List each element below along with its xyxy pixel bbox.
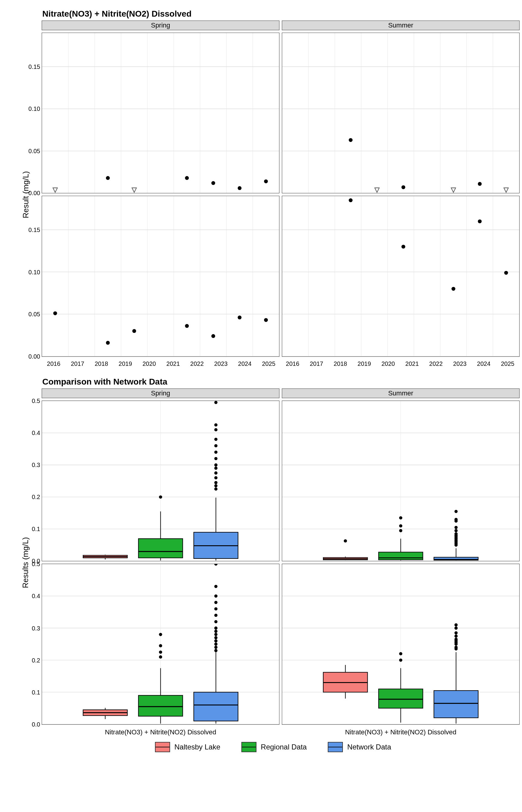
svg-point-168	[159, 644, 162, 648]
boxplot-title: Comparison with Network Data	[42, 377, 522, 387]
svg-point-166	[159, 655, 162, 659]
svg-point-17	[238, 186, 242, 190]
svg-point-78	[451, 287, 456, 291]
svg-point-184	[214, 608, 218, 611]
svg-point-147	[454, 526, 458, 529]
bp-panel-spring-epi: 0.00.10.20.30.40.5	[42, 401, 279, 561]
svg-point-150	[454, 510, 458, 513]
svg-point-79	[478, 220, 482, 224]
boxplot-chart: Comparison with Network Data Results (mg…	[12, 377, 522, 730]
svg-point-35	[348, 138, 353, 142]
bp-facet-col-summer: Summer	[282, 388, 520, 398]
svg-point-37	[478, 182, 482, 186]
svg-point-175	[214, 646, 218, 649]
svg-point-181	[214, 627, 218, 630]
svg-point-174	[214, 649, 218, 652]
legend: Naltesby Lake Regional Data Network Data	[12, 742, 522, 752]
svg-point-56	[106, 341, 110, 345]
legend-label-network: Network Data	[347, 743, 391, 751]
svg-marker-38	[375, 188, 379, 192]
svg-point-110	[214, 444, 218, 447]
svg-point-105	[214, 471, 218, 474]
svg-point-102	[214, 484, 218, 488]
facet-col-spring: Spring	[42, 21, 279, 30]
svg-point-179	[214, 633, 218, 636]
legend-item-regional: Regional Data	[241, 742, 307, 752]
panel-summer-epi	[282, 33, 520, 193]
svg-point-103	[214, 481, 218, 484]
panel-spring-hypo: 0.000.050.100.15	[42, 196, 279, 357]
svg-point-205	[399, 652, 402, 655]
svg-point-133	[399, 516, 402, 520]
svg-point-114	[214, 401, 218, 404]
svg-rect-172	[194, 692, 238, 721]
svg-point-101	[214, 487, 218, 491]
legend-item-naltesby: Naltesby Lake	[155, 742, 220, 752]
svg-point-55	[53, 311, 57, 316]
svg-point-187	[214, 585, 218, 588]
svg-point-211	[454, 646, 458, 649]
svg-marker-39	[451, 188, 456, 192]
svg-point-131	[399, 529, 402, 532]
svg-point-215	[454, 638, 458, 641]
svg-point-60	[238, 316, 242, 320]
svg-point-217	[454, 631, 458, 635]
legend-label-naltesby: Naltesby Lake	[174, 743, 220, 751]
svg-point-178	[214, 636, 218, 640]
bp-facet-col-spring: Spring	[42, 388, 279, 398]
svg-point-109	[214, 450, 218, 454]
svg-point-169	[159, 633, 162, 636]
svg-rect-208	[434, 691, 478, 718]
svg-point-219	[454, 624, 458, 627]
svg-rect-94	[138, 539, 183, 558]
svg-point-186	[214, 594, 218, 598]
svg-marker-20	[132, 188, 137, 192]
svg-point-177	[214, 640, 218, 643]
svg-point-58	[185, 324, 189, 328]
svg-point-61	[264, 318, 268, 322]
legend-swatch-naltesby	[155, 742, 170, 752]
legend-swatch-regional	[241, 742, 257, 752]
svg-point-16	[212, 181, 215, 185]
svg-point-126	[344, 539, 347, 543]
svg-point-112	[214, 428, 218, 431]
svg-point-132	[399, 524, 402, 527]
svg-point-145	[454, 532, 458, 535]
svg-point-149	[454, 518, 458, 521]
svg-point-36	[401, 185, 405, 189]
panel-spring-epi: 0.000.050.100.15	[42, 33, 279, 193]
scatter-title: Nitrate(NO3) + Nitrite(NO2) Dissolved	[42, 9, 522, 19]
svg-marker-40	[504, 188, 508, 192]
bp-panel-summer-epi	[282, 401, 520, 561]
boxplot-grid: Results (mg/L) Spring Summer 0.00.10.20.…	[12, 388, 522, 730]
svg-point-113	[214, 423, 218, 427]
svg-point-18	[264, 179, 268, 183]
svg-point-106	[214, 466, 218, 470]
svg-point-216	[454, 635, 458, 638]
svg-point-183	[214, 614, 218, 617]
scatter-x-ticks: 2016201720182019202020212022202320242025…	[42, 359, 520, 371]
svg-point-96	[159, 495, 162, 499]
svg-point-14	[106, 176, 110, 180]
svg-point-111	[214, 438, 218, 441]
svg-rect-202	[379, 689, 423, 708]
svg-point-80	[504, 271, 508, 275]
bp-panel-summer-hypo	[282, 564, 520, 725]
svg-point-77	[401, 245, 405, 249]
legend-label-regional: Regional Data	[261, 743, 307, 751]
facet-col-summer: Summer	[282, 21, 520, 30]
svg-point-146	[454, 529, 458, 532]
svg-point-176	[214, 643, 218, 646]
svg-point-15	[185, 176, 189, 180]
svg-point-188	[214, 564, 218, 566]
svg-point-104	[214, 476, 218, 480]
scatter-chart: Nitrate(NO3) + Nitrite(NO2) Dissolved Re…	[12, 9, 522, 362]
svg-point-182	[214, 620, 218, 624]
svg-rect-164	[138, 695, 183, 716]
svg-point-218	[454, 627, 458, 630]
bp-panel-spring-hypo: 0.00.10.20.30.40.5	[42, 564, 279, 725]
svg-point-204	[399, 658, 402, 662]
svg-marker-19	[53, 188, 57, 192]
svg-point-185	[214, 601, 218, 604]
svg-point-180	[214, 630, 218, 633]
